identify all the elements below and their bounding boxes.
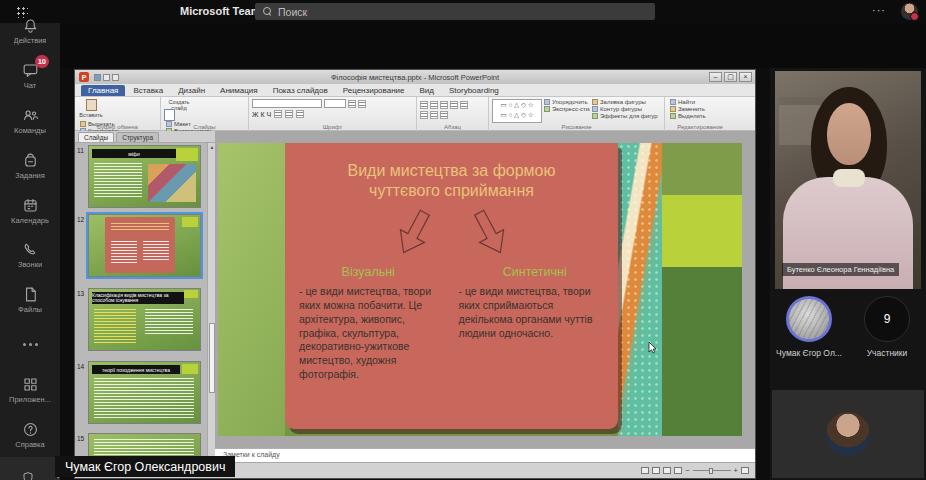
new-slide-button[interactable]: Создать слайд — [164, 99, 194, 121]
shape-fill-button[interactable]: Заливка фигуры — [592, 99, 658, 105]
slide-thumbnail-12-selected[interactable] — [88, 214, 201, 277]
pinned-participant[interactable]: Чумак Єгор Ол... — [773, 296, 845, 358]
slide-thumbnail-11[interactable]: міфи — [88, 145, 201, 208]
numbering-button[interactable] — [430, 101, 438, 109]
font-size-combobox[interactable] — [324, 99, 346, 108]
fit-to-window-button[interactable] — [741, 467, 749, 474]
slide-sorter-view-button[interactable] — [652, 467, 660, 474]
visual-arts-heading: Візуальні — [285, 265, 452, 279]
synthetic-arts-heading: Синтетичні — [452, 265, 619, 279]
replace-button[interactable]: Заменить — [670, 106, 732, 112]
title-bar: Microsoft Teams Поиск ··· — [0, 0, 926, 23]
paste-button[interactable]: Вставить — [78, 99, 104, 121]
sidebar-item-activity[interactable]: Действия — [0, 8, 60, 53]
app-title: Microsoft Teams — [180, 5, 267, 17]
align-right-button[interactable] — [420, 111, 428, 119]
files-icon — [21, 285, 40, 304]
zoom-in-button[interactable]: + — [734, 466, 738, 475]
meeting-video-panel: Бутенко Єлеонора Геннадіївна Чумак Єгор … — [770, 68, 926, 480]
quick-styles-button[interactable]: Экспресс-стили — [544, 106, 590, 112]
align-center-button[interactable] — [460, 101, 468, 109]
sidebar-item-chat[interactable]: 10 Чат — [0, 53, 60, 98]
text-shadow-button[interactable] — [274, 110, 282, 118]
sidebar-item-calendar[interactable]: Календарь — [0, 188, 60, 233]
slide-content-panel: Види мистецтва за формою чуттєвого сприй… — [285, 143, 618, 429]
participants-summary[interactable]: 9 Участники — [851, 296, 923, 358]
titlebar-more-button[interactable]: ··· — [872, 4, 886, 16]
sidebar-item-teams[interactable]: Команды — [0, 98, 60, 143]
shape-effects-button[interactable]: Эффекты для фигур — [592, 113, 658, 119]
sidebar-item-apps[interactable]: Приложен... — [0, 367, 60, 412]
secondary-video-tile[interactable] — [772, 390, 924, 478]
ppt-title-bar[interactable]: P Філософія мистецтва.pptx - Microsoft P… — [75, 70, 755, 84]
sidebar-item-files[interactable]: Файлы — [0, 277, 60, 322]
slide-decorative-band — [618, 143, 662, 436]
ribbon-tab-strip: Главная Вставка Дизайн Анимация Показ сл… — [75, 84, 755, 97]
drawing-group: ▭ ○ △ ◇ ☆▭ ○ △ ◇ ☆ Упорядочить Экспресс-… — [489, 97, 665, 131]
teams-app-window: Microsoft Teams Поиск ··· Действия 10 Ча… — [0, 0, 926, 480]
shape-outline-button[interactable]: Контур фигуры — [592, 106, 658, 112]
security-shield-icon — [20, 470, 36, 480]
search-placeholder: Поиск — [278, 6, 307, 18]
tab-storyboarding[interactable]: Storyboarding — [442, 85, 506, 96]
tab-home[interactable]: Главная — [81, 85, 125, 96]
tab-slides-panel[interactable]: Слайды — [78, 132, 114, 142]
indent-button[interactable] — [440, 101, 448, 109]
thumbnail-scrollbar[interactable]: ▲ ▼ — [207, 143, 215, 466]
shrink-font-button[interactable] — [358, 100, 366, 108]
columns-button[interactable] — [440, 111, 448, 119]
tab-animation[interactable]: Анимация — [213, 85, 265, 96]
slide-thumbnail-panel: 11 міфи 12 13 Класифікація ви — [75, 143, 215, 466]
arrange-button[interactable]: Упорядочить — [544, 99, 590, 105]
sidebar-item-more[interactable] — [0, 322, 60, 367]
paragraph-group: Абзац — [417, 97, 489, 131]
participant-avatar[interactable] — [786, 296, 832, 342]
grow-font-button[interactable] — [348, 100, 356, 108]
tab-outline-panel[interactable]: Структура — [116, 132, 159, 142]
char-spacing-button[interactable] — [285, 110, 293, 118]
font-group: Ж К Ч Шрифт — [249, 97, 417, 131]
sidebar-item-assignments[interactable]: Задания — [0, 143, 60, 188]
slideshow-view-button[interactable] — [674, 467, 682, 474]
zoom-out-button[interactable]: − — [685, 466, 689, 475]
zoom-slider[interactable] — [693, 470, 731, 471]
slide-thumbnail-14[interactable]: теорії походження мистецтва — [88, 361, 201, 424]
font-color-button[interactable] — [296, 110, 304, 118]
slide-right-margin — [662, 143, 742, 436]
normal-view-button[interactable] — [641, 467, 649, 474]
tab-design[interactable]: Дизайн — [171, 85, 212, 96]
font-name-combobox[interactable] — [252, 99, 322, 108]
notes-pane[interactable]: Заметки к слайду — [215, 448, 755, 462]
align-left-button[interactable] — [450, 101, 458, 109]
current-slide[interactable]: Види мистецтва за формою чуттєвого сприй… — [218, 143, 742, 436]
bold-italic-underline-buttons[interactable]: Ж К Ч — [252, 111, 271, 118]
slide-title: Види мистецтва за формою чуттєвого сприй… — [285, 152, 618, 201]
assignments-icon — [21, 151, 40, 170]
reading-view-button[interactable] — [663, 467, 671, 474]
scroll-up-icon[interactable]: ▲ — [208, 143, 215, 152]
bullets-button[interactable] — [420, 101, 428, 109]
select-button[interactable]: Выделить — [670, 113, 732, 119]
find-button[interactable]: Найти — [670, 99, 732, 105]
calls-icon — [21, 240, 40, 259]
powerpoint-window: P Філософія мистецтва.pptx - Microsoft P… — [75, 70, 755, 478]
justify-button[interactable] — [430, 111, 438, 119]
speaker-video-tile[interactable]: Бутенко Єлеонора Геннадіївна — [775, 71, 921, 289]
tab-slideshow[interactable]: Показ слайдов — [266, 85, 335, 96]
shapes-gallery[interactable]: ▭ ○ △ ◇ ☆▭ ○ △ ◇ ☆ — [492, 99, 542, 123]
participants-count-circle[interactable]: 9 — [864, 296, 910, 342]
teams-icon — [21, 106, 40, 125]
new-slide-icon — [164, 109, 175, 121]
slide-thumbnail-13[interactable]: Класифікація видів мистецтва за способом… — [88, 288, 201, 351]
editing-group: Найти Заменить Выделить Редактирование — [665, 97, 735, 131]
tab-insert[interactable]: Вставка — [126, 85, 170, 96]
search-input[interactable]: Поиск — [255, 3, 655, 20]
sidebar-item-calls[interactable]: Звонки — [0, 233, 60, 278]
paste-icon — [86, 99, 97, 111]
tab-review[interactable]: Рецензирование — [336, 85, 412, 96]
sidebar-item-help[interactable]: Справка — [0, 412, 60, 457]
tab-view[interactable]: Вид — [413, 85, 441, 96]
user-avatar[interactable] — [901, 3, 918, 20]
ppt-window-title: Філософія мистецтва.pptx - Microsoft Pow… — [75, 73, 755, 82]
slide-left-margin — [218, 143, 285, 436]
